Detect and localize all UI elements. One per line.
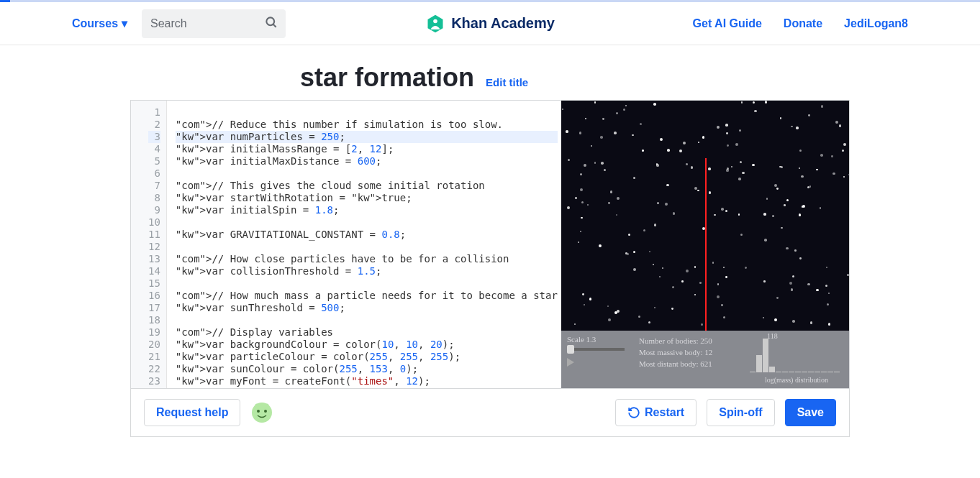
svg-line-1 bbox=[273, 24, 276, 27]
svg-point-6 bbox=[255, 404, 259, 408]
page-title: star formation bbox=[300, 63, 474, 93]
play-icon[interactable] bbox=[567, 358, 574, 367]
buddy-avatar-icon[interactable] bbox=[250, 401, 273, 424]
donate-link[interactable]: Donate bbox=[784, 17, 822, 30]
user-menu-link[interactable]: JediLogan8 bbox=[844, 17, 908, 30]
svg-point-7 bbox=[266, 404, 269, 408]
courses-label: Courses bbox=[72, 17, 118, 30]
site-header: Courses ▾ Khan Academy Get AI Guide Dona… bbox=[0, 2, 980, 45]
action-footer: Request help Restart Spin-off Save bbox=[130, 389, 850, 437]
stat-bodies: Number of bodies: 250 bbox=[639, 335, 743, 346]
request-help-button[interactable]: Request help bbox=[144, 399, 240, 426]
logo-icon bbox=[425, 14, 445, 34]
edit-title-button[interactable]: Edit title bbox=[486, 76, 528, 88]
search-icon[interactable] bbox=[264, 15, 278, 32]
svg-point-5 bbox=[264, 410, 267, 413]
search-container bbox=[142, 9, 286, 38]
chart-label: log(mass) distribution bbox=[750, 376, 843, 384]
ai-guide-link[interactable]: Get AI Guide bbox=[693, 17, 762, 30]
brand-name: Khan Academy bbox=[451, 15, 555, 32]
workspace: 123456789101112131415161718192021222324 … bbox=[130, 100, 850, 389]
scale-label: Scale 1.3 bbox=[567, 335, 632, 344]
svg-point-0 bbox=[266, 17, 274, 25]
restart-button[interactable]: Restart bbox=[615, 399, 697, 426]
brand-logo[interactable]: Khan Academy bbox=[425, 14, 555, 34]
svg-point-3 bbox=[252, 403, 272, 423]
courses-menu-button[interactable]: Courses ▾ bbox=[72, 17, 127, 30]
code-editor[interactable]: 123456789101112131415161718192021222324 … bbox=[131, 101, 561, 388]
save-button[interactable]: Save bbox=[785, 399, 836, 426]
spinoff-button[interactable]: Spin-off bbox=[707, 399, 774, 426]
svg-point-4 bbox=[257, 410, 260, 413]
caret-down-icon: ▾ bbox=[122, 17, 127, 30]
stat-distant: Most distant body: 621 bbox=[639, 358, 743, 369]
search-input[interactable] bbox=[142, 17, 257, 30]
scale-slider[interactable] bbox=[567, 348, 625, 351]
simulation-hud: Scale 1.3 Number of bodies: 250 Most mas… bbox=[561, 331, 849, 388]
mass-distribution-chart bbox=[750, 336, 843, 372]
restart-icon bbox=[627, 406, 640, 419]
stat-massive: Most massive body: 12 bbox=[639, 346, 743, 358]
line-gutter: 123456789101112131415161718192021222324 bbox=[131, 101, 167, 388]
output-canvas[interactable]: Scale 1.3 Number of bodies: 250 Most mas… bbox=[561, 101, 849, 388]
code-area[interactable]: "com">// Reduce this number if simulatio… bbox=[167, 101, 561, 388]
svg-point-2 bbox=[433, 19, 437, 23]
angular-momentum-line bbox=[705, 158, 707, 331]
